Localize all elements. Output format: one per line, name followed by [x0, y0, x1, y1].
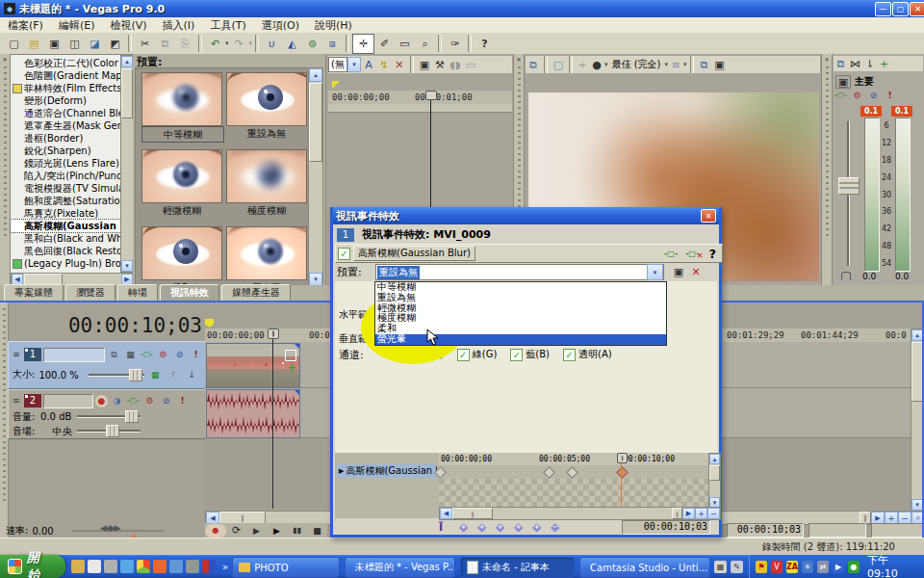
tray-player-icon[interactable]: ▶: [833, 561, 844, 573]
pan-value[interactable]: 中央: [38, 425, 71, 438]
auto-ripple-icon[interactable]: ◭: [282, 35, 302, 53]
preset-combo-arrow-icon[interactable]: ▾: [647, 264, 663, 280]
track-2-header[interactable]: ≡ 2 ● ◑ -□- ⚙ ⊘ ! 音量: 0.0 dB 音場: 中央: [8, 389, 207, 439]
save-preset-icon[interactable]: ▣: [670, 263, 687, 281]
external-monitor-icon[interactable]: ▢: [551, 56, 566, 74]
insert-keyframe-button[interactable]: ◆+: [493, 521, 507, 534]
trimmer-flash-icon[interactable]: ↯: [376, 56, 392, 74]
mixer-properties-icon[interactable]: ⧉: [834, 57, 848, 70]
pause-button[interactable]: ▮▮: [287, 524, 307, 538]
bus-fx-icon[interactable]: -□-: [834, 89, 848, 101]
new-project-icon[interactable]: ▢: [4, 35, 24, 53]
preset-heavy-blur[interactable]: 極度模糊: [226, 149, 307, 218]
preview-mode-icon[interactable]: ●: [589, 56, 604, 74]
dialog-title-bar[interactable]: 視訊事件特效 ✕: [333, 207, 719, 224]
keyframe-timecode-box[interactable]: 00:00:10;03: [622, 520, 710, 535]
taskbar-item-vegas[interactable]: 未標題的 * - Vegas P...: [345, 557, 455, 578]
remove-plugin-icon[interactable]: -□-✕: [685, 250, 699, 258]
track-drag-handle-icon[interactable]: ≡: [11, 395, 22, 407]
sync-cursor-icon[interactable]: Ĩ: [439, 521, 443, 534]
delete-keyframe-button[interactable]: ◆−: [548, 521, 562, 534]
track-fx-icon[interactable]: -□-: [140, 349, 154, 361]
menu-options[interactable]: 選項(O): [254, 17, 307, 34]
plugin-item[interactable]: 電視模擬器(TV Simulato: [11, 182, 121, 195]
track-2-number[interactable]: 2: [24, 394, 41, 407]
video-event[interactable]: +: [206, 343, 300, 388]
save-icon[interactable]: ▣: [44, 35, 64, 53]
project-properties-icon[interactable]: ⧉: [526, 56, 541, 74]
track-drag-handle-icon[interactable]: ≡: [11, 349, 22, 361]
bus-mute-icon[interactable]: ⊘: [866, 89, 881, 101]
taskbar-item-camtasia[interactable]: Camtasia Studio - Unti...: [579, 557, 710, 578]
dropdown-option-highlighted[interactable]: 螢光暈: [375, 334, 666, 345]
channel-blue-checkbox[interactable]: ✓藍(B): [510, 348, 550, 361]
playhead-marker[interactable]: ‖: [268, 328, 279, 339]
automation-settings-icon[interactable]: ⚙: [142, 395, 157, 407]
track-fx-icon[interactable]: -□-: [126, 395, 141, 407]
track-2-name-field[interactable]: [43, 394, 93, 408]
clip-indicator-right[interactable]: 0.1: [891, 106, 912, 117]
trimmer-frame-icon[interactable]: ▭: [463, 56, 478, 74]
plugin-item[interactable]: 飽和度調整(Saturation A: [11, 195, 121, 207]
menu-edit[interactable]: 編輯(E): [51, 17, 103, 34]
envelope-tool-icon[interactable]: ✐: [374, 35, 395, 53]
menu-help[interactable]: 說明(H): [307, 17, 360, 34]
dropdown-option[interactable]: 柔和: [375, 324, 666, 334]
plugin-item[interactable]: 色階圖(Gradient Map): [11, 69, 121, 82]
trimmer-tool-icon[interactable]: A: [361, 56, 376, 74]
scroll-right-icon[interactable]: ▶: [682, 508, 695, 519]
redo-dropdown-icon[interactable]: ▾: [249, 39, 253, 47]
plugin-item[interactable]: 銳化(Sharpen): [11, 144, 121, 157]
add-plugin-icon[interactable]: -□-: [664, 250, 678, 258]
next-keyframe-button[interactable]: ◆+: [511, 521, 526, 534]
fader-lock-icon[interactable]: [841, 272, 851, 280]
delete-preset-icon[interactable]: ✕: [687, 263, 705, 281]
lock-envelopes-icon[interactable]: ⊜: [302, 35, 322, 53]
preset-medium-blur[interactable]: 中等模糊: [141, 72, 224, 143]
tray-update-icon[interactable]: ✳: [802, 561, 813, 573]
zoom-tool-icon[interactable]: ⌕: [415, 35, 435, 53]
pan-crop-icon[interactable]: ⧉: [107, 349, 121, 361]
selection-length-box[interactable]: [871, 523, 924, 538]
keyframe-diamond[interactable]: [543, 466, 555, 479]
track-1-size-value[interactable]: 100.0 %: [38, 370, 78, 381]
preset-fluorescent-glow[interactable]: 螢光暈: [226, 226, 307, 285]
track-1-header[interactable]: ≡ 1 ⧉ ▦ -□- ⚙ ⊘ ! 大小: 100.0 % ▦ ↑ ↓: [8, 341, 207, 389]
quicklaunch-vegas-icon[interactable]: [202, 560, 216, 573]
timeline-marker-flag[interactable]: [205, 319, 214, 328]
expander-icon[interactable]: ▶: [339, 467, 344, 475]
plugin-item[interactable]: 邊框(Border): [11, 132, 121, 144]
copy-icon[interactable]: ⧉: [155, 35, 175, 53]
kf-zoom-in-icon[interactable]: +: [695, 508, 707, 519]
scroll-down-icon[interactable]: ▾: [309, 273, 322, 285]
pan-slider[interactable]: [77, 430, 141, 433]
scroll-up-icon[interactable]: ▴: [121, 56, 133, 67]
plugin-item[interactable]: 鏡頭光斑(Lens Flare): [11, 157, 121, 170]
plugin-item[interactable]: 陷入/突出(Pinch/Punch): [11, 170, 121, 182]
plugin-item-legacy[interactable]: (Legacy Plug-In) Broadc: [11, 257, 121, 270]
track-solo-icon[interactable]: !: [175, 395, 190, 407]
tab-media-generators[interactable]: 媒體產生器: [221, 284, 291, 302]
stop-button[interactable]: ■: [307, 524, 327, 538]
menu-file[interactable]: 檔案(F): [0, 17, 51, 34]
tray-antivirus-icon[interactable]: V: [771, 561, 783, 573]
dropdown-option[interactable]: 中等模糊: [375, 282, 666, 293]
combo-dropdown-icon[interactable]: ▾: [347, 57, 361, 72]
preset-vscrollbar[interactable]: ▴ ▾: [308, 67, 323, 285]
scroll-up-icon[interactable]: ▴: [709, 454, 720, 464]
plugin-item[interactable]: 通道溶合(Channel Blend: [11, 107, 121, 119]
keyframe-hscrollbar[interactable]: ◀ ‖ ‖ ▶ + −: [439, 507, 721, 520]
plugin-item[interactable]: 黑和白(Black and White: [11, 232, 121, 245]
track-1-number[interactable]: 1: [24, 348, 41, 361]
loop-playback-button[interactable]: ⟳: [226, 524, 246, 538]
downmix-icon[interactable]: ⋈: [848, 57, 862, 70]
trimmer-save-icon[interactable]: ▣: [417, 56, 432, 74]
plugin-item[interactable]: 黑色回復(Black Restore): [11, 245, 121, 257]
open-icon[interactable]: ▤: [24, 35, 44, 53]
track-solo-icon[interactable]: !: [189, 349, 203, 361]
track-mute-icon[interactable]: ⊘: [172, 349, 187, 361]
scroll-left-icon[interactable]: ◀: [440, 508, 452, 519]
keyframe-playhead-marker[interactable]: ‖: [617, 453, 628, 463]
make-comp-child-icon[interactable]: ↓: [185, 369, 199, 381]
channel-green-checkbox[interactable]: ✓綠(G): [457, 348, 498, 361]
